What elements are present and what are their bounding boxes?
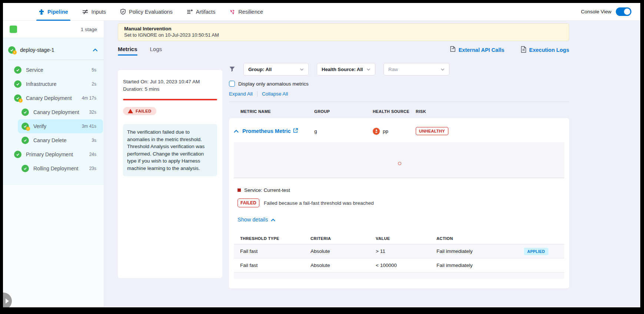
stage-status-square[interactable] (10, 26, 17, 33)
step-duration: 24s (89, 152, 96, 157)
col-value: VALUE (376, 236, 436, 241)
metric-name-link[interactable]: Prometheus Metric (242, 128, 298, 134)
tab-artifacts-label: Artifacts (196, 9, 215, 15)
col-group: GROUP (314, 109, 373, 114)
metric-row: Prometheus Metric g (234, 123, 564, 139)
metric-card: Prometheus Metric g (229, 118, 569, 288)
sidebar-step-canary-delete[interactable]: Canary Delete 3s (3, 133, 104, 147)
group-filter-select[interactable]: Group: All (243, 63, 309, 76)
stage-row-deploy-stage-1[interactable]: deploy-stage-1 (3, 40, 104, 59)
console-expander-handle[interactable] (3, 293, 12, 307)
show-details-link[interactable]: Show details (234, 217, 564, 223)
tab-logs[interactable]: Logs (150, 46, 162, 56)
health-source-filter-select[interactable]: Health Source: All (317, 63, 375, 76)
console-view-label: Console View (581, 9, 611, 14)
divider (8, 60, 104, 60)
tab-pipeline-label: Pipeline (47, 9, 68, 15)
chevron-down-icon (366, 68, 371, 71)
col-risk: RISK (416, 109, 569, 114)
applied-badge: APPLIED (524, 248, 548, 255)
risk-badge: UNHEALTHY (416, 127, 448, 135)
chart-legend: Service: Current-test (234, 187, 564, 193)
external-api-calls-label: External API Calls (458, 47, 504, 53)
metrics-table-header: METRIC NAME GROUP HEALTH SOURCE RISK (229, 109, 569, 114)
step-label: Canary Deployment (33, 109, 79, 115)
sidebar-header: 1 stage (3, 21, 104, 38)
step-duration: 32s (89, 110, 96, 115)
fail-reason-row: FAILED Failed because a fail-fast thresh… (234, 198, 564, 207)
thresholds-table-header: THRESHOLD TYPE CRITERIA VALUE ACTION (234, 233, 564, 244)
sidebar-step-verify[interactable]: Verify 3m 41s (3, 119, 104, 133)
metrics-analysis-panel: Group: All Health Source: All Raw (229, 63, 569, 288)
col-threshold-type: THRESHOLD TYPE (240, 236, 311, 241)
tab-pipeline[interactable]: Pipeline (39, 3, 68, 21)
check-warning-icon (8, 46, 16, 54)
col-action: ACTION (436, 236, 524, 241)
step-list: Service 5s Infrastructure 2s Canary Depl… (3, 63, 104, 176)
sidebar-step-service[interactable]: Service 5s (3, 63, 104, 77)
health-source-filter-value: Health Source: All (322, 67, 363, 72)
sidebar-step-canary-deployment[interactable]: Canary Deployment 32s (3, 105, 104, 119)
tab-policy-evaluations-label: Policy Evaluations (129, 9, 173, 15)
app-window: Pipeline Inputs Policy Evaluations Artif… (3, 3, 640, 307)
threshold-type: Fail fast (240, 263, 311, 268)
progress-bar-failed (123, 99, 217, 100)
top-navigation: Pipeline Inputs Policy Evaluations Artif… (3, 3, 640, 21)
chevron-down-icon (300, 68, 304, 71)
sidebar-step-canary-deployment[interactable]: Canary Deployment 4m 17s (3, 91, 104, 105)
pipeline-node-icon (39, 9, 44, 15)
threshold-row: Fail fast Absolute > 11 Fail immediately… (234, 244, 564, 258)
shield-check-icon (120, 9, 126, 15)
tab-artifacts[interactable]: Artifacts (187, 3, 215, 21)
banner-subtitle: Set to IGNORE on 10-Jul-2023 10:50:51 AM (124, 32, 563, 38)
chevron-up-icon[interactable] (234, 128, 239, 134)
check-success-icon (21, 108, 29, 116)
expand-all-link[interactable]: Expand All (229, 91, 253, 97)
anomalous-metrics-label: Display only anomalous metrics (238, 81, 309, 87)
raw-filter-select[interactable]: Raw (384, 63, 449, 76)
execution-logs-link[interactable]: Execution Logs (521, 46, 569, 54)
anomalous-metrics-checkbox[interactable] (229, 81, 235, 87)
raw-filter-placeholder: Raw (388, 67, 398, 72)
stage-tree: deploy-stage-1 Service 5s Infrastructure… (3, 38, 104, 185)
tab-inputs-label: Inputs (92, 9, 106, 15)
anomalous-data-point[interactable] (398, 162, 401, 165)
step-label: Verify (33, 123, 46, 129)
threshold-type: Fail fast (240, 248, 311, 254)
step-duration: 3s (92, 138, 96, 143)
external-api-calls-link[interactable]: External API Calls (450, 46, 504, 54)
card-footer (234, 279, 564, 288)
tab-resilience[interactable]: Resilience (229, 3, 263, 21)
tab-inputs[interactable]: Inputs (82, 3, 106, 21)
expand-right-icon (6, 298, 9, 304)
tab-policy-evaluations[interactable]: Policy Evaluations (120, 3, 173, 21)
chevron-up-icon[interactable] (93, 48, 98, 52)
check-warning-icon (21, 123, 29, 130)
thresholds-table-body: Fail fast Absolute > 11 Fail immediately… (234, 244, 564, 272)
list-plus-icon (187, 9, 193, 15)
external-link-icon (293, 128, 298, 134)
col-metric-name: METRIC NAME (234, 109, 314, 114)
verification-summary-card: Started On: Jul 10, 2023 10:47 AM Durati… (118, 70, 222, 278)
step-label: Rolling Deployment (33, 166, 78, 171)
toggle-knob (624, 9, 630, 15)
threshold-action: Fail immediately (436, 248, 524, 254)
fail-reason-text: Failed because a fail-fast threshold was… (264, 200, 374, 206)
sidebar-step-rolling-deployment[interactable]: Rolling Deployment 23s (3, 161, 104, 176)
tab-metrics[interactable]: Metrics (118, 46, 137, 56)
sidebar-step-infrastructure[interactable]: Infrastructure 2s (3, 77, 104, 91)
anomalous-filter-row: Display only anomalous metrics (229, 81, 569, 87)
metric-chart (234, 142, 564, 178)
filter-row: Group: All Health Source: All Raw (229, 63, 569, 76)
failed-status-badge: FAILED (123, 107, 156, 115)
sidebar-step-primary-deployment[interactable]: Primary Deployment 24s (3, 147, 104, 161)
step-label: Service (26, 67, 43, 73)
metric-group-value: g (314, 128, 373, 134)
collapse-all-link[interactable]: Collapse All (262, 91, 288, 97)
threshold-value: > 11 (376, 248, 436, 254)
threshold-criteria: Absolute (311, 263, 376, 268)
execution-nav-tabs: Pipeline Inputs Policy Evaluations Artif… (39, 3, 263, 21)
console-view-toggle[interactable] (616, 7, 631, 16)
check-warning-icon (14, 94, 21, 102)
step-label: Canary Deployment (26, 95, 72, 101)
